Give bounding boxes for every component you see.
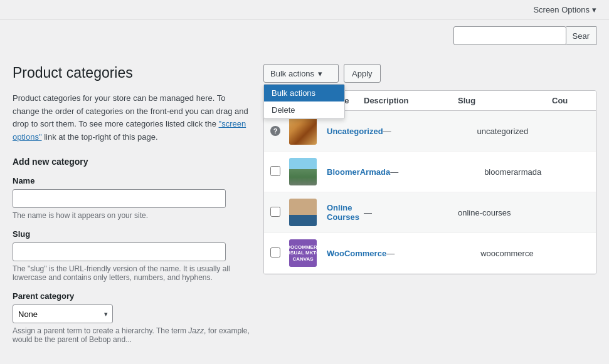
screen-options-chevron-icon: ▾ — [592, 5, 596, 14]
screen-options-label: Screen Options — [533, 5, 590, 14]
right-panel: Bulk actions ▾ Bulk actions Delete Apply — [263, 64, 596, 353]
row-slug-cell: uncategorized — [477, 127, 571, 136]
row-thumb-cell — [289, 199, 327, 226]
row-description-cell: — — [383, 127, 477, 136]
left-panel: Product categories Product categories fo… — [13, 64, 251, 353]
row-select-checkbox[interactable] — [270, 166, 280, 176]
search-button-label: Sear — [573, 31, 590, 41]
row-select-checkbox[interactable] — [270, 247, 280, 257]
category-name-link[interactable]: Uncategorized — [327, 127, 383, 136]
description-text: Product categories for your store can be… — [13, 92, 251, 144]
category-thumbnail — [289, 199, 317, 226]
table-row: WOOCOMMERCEVISUAL MKTGCANVAS WooCommerce… — [264, 233, 596, 274]
search-button[interactable]: Sear — [566, 26, 596, 45]
add-new-heading: Add new category — [13, 157, 251, 167]
bulk-actions-chevron-icon: ▾ — [318, 69, 322, 78]
search-area: Sear — [0, 20, 609, 51]
row-checkbox-cell: ? — [270, 126, 289, 136]
bulk-dropdown-wrapper: Bulk actions ▾ Bulk actions Delete — [263, 64, 339, 83]
row-checkbox-cell — [270, 166, 289, 178]
row-select-checkbox[interactable] — [270, 207, 280, 217]
main-layout: Product categories Product categories fo… — [0, 51, 609, 364]
category-thumbnail: WOOCOMMERCEVISUAL MKTGCANVAS — [289, 239, 317, 267]
parent-category-select[interactable]: None — [13, 304, 113, 323]
page-title: Product categories — [13, 64, 251, 83]
help-icon[interactable]: ? — [270, 126, 280, 136]
row-name-cell: Online Courses — [327, 203, 364, 222]
parent-select-wrapper: None — [13, 304, 113, 323]
row-checkbox-cell — [270, 207, 289, 219]
apply-button[interactable]: Apply — [344, 64, 381, 83]
dropdown-item-delete[interactable]: Delete — [264, 101, 344, 118]
row-name-cell: BloomerArmada — [327, 167, 390, 177]
top-bar: Screen Options ▾ — [0, 0, 609, 20]
row-name-cell: WooCommerce — [327, 249, 386, 258]
bulk-actions-label: Bulk actions — [270, 69, 314, 78]
bulk-actions-area: Bulk actions ▾ Bulk actions Delete Apply — [263, 64, 596, 83]
row-thumb-cell: WOOCOMMERCEVISUAL MKTGCANVAS — [289, 239, 327, 267]
row-thumb-cell — [289, 117, 327, 145]
parent-hint: Assign a parent term to create a hierarc… — [13, 326, 251, 344]
row-slug-cell: online-courses — [458, 208, 552, 217]
header-slug: Slug — [458, 96, 552, 105]
dropdown-delete-label: Delete — [272, 105, 295, 115]
row-slug-cell: woocommerce — [480, 249, 575, 258]
search-input[interactable] — [453, 26, 566, 45]
slug-label: Slug — [13, 229, 251, 239]
screen-options-link[interactable]: "screen options" — [13, 119, 246, 142]
name-input[interactable] — [13, 189, 226, 208]
row-description-cell: — — [386, 249, 480, 258]
name-field-group: Name The name is how it appears on your … — [13, 176, 251, 220]
screen-options-button[interactable]: Screen Options ▾ — [533, 5, 596, 14]
category-name-link[interactable]: Online Courses — [327, 203, 359, 222]
slug-input[interactable] — [13, 242, 226, 261]
parent-label: Parent category — [13, 291, 251, 301]
row-description-cell: — — [390, 167, 484, 177]
row-slug-cell: bloomerarmada — [484, 167, 578, 177]
table-row: Online Courses — online-courses — [264, 192, 596, 233]
name-hint: The name is how it appears on your site. — [13, 211, 251, 220]
apply-label: Apply — [352, 69, 373, 78]
row-description-cell: — — [364, 208, 458, 217]
name-label: Name — [13, 176, 251, 185]
category-name-link[interactable]: WooCommerce — [327, 249, 386, 258]
parent-category-group: Parent category None Assign a parent ter… — [13, 291, 251, 344]
dropdown-bulk-label: Bulk actions — [272, 88, 315, 98]
slug-hint: The "slug" is the URL-friendly version o… — [13, 264, 251, 282]
dropdown-item-bulk-actions[interactable]: Bulk actions — [264, 85, 344, 101]
category-thumbnail — [289, 117, 317, 145]
row-thumb-cell — [289, 158, 327, 185]
header-description: Description — [364, 96, 458, 105]
bulk-actions-dropdown: Bulk actions Delete — [263, 84, 345, 119]
category-thumbnail — [289, 158, 317, 185]
slug-field-group: Slug The "slug" is the URL-friendly vers… — [13, 229, 251, 282]
bulk-actions-button[interactable]: Bulk actions ▾ — [263, 64, 339, 83]
row-name-cell: Uncategorized — [327, 127, 383, 136]
header-count: Cou — [552, 96, 590, 105]
category-name-link[interactable]: BloomerArmada — [327, 167, 390, 177]
table-row: BloomerArmada — bloomerarmada — [264, 152, 596, 192]
